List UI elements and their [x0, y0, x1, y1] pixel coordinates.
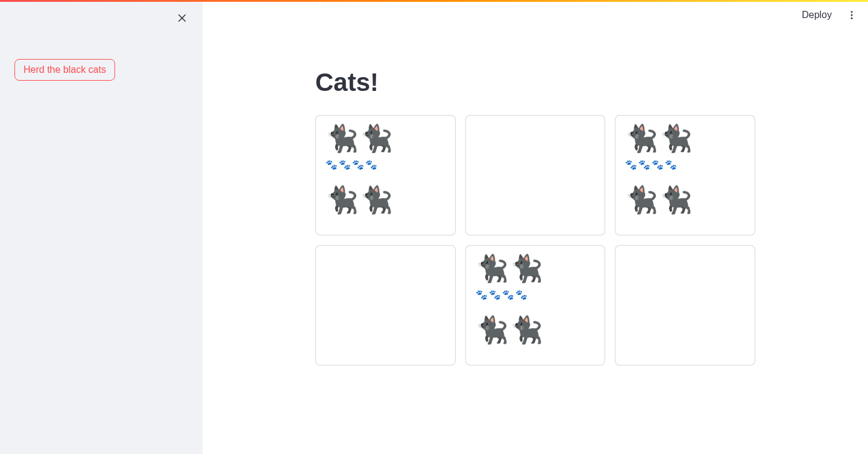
grid-cell — [465, 115, 606, 235]
header-actions: Deploy — [796, 6, 860, 24]
cat-row: 🐈‍⬛🐈‍⬛ — [625, 187, 745, 213]
app-container: Herd the black cats Deploy Cats! 🐈‍⬛🐈‍⬛ … — [0, 0, 868, 454]
cat-row: 🐈‍⬛🐈‍⬛ — [326, 187, 445, 213]
cat-row: 🐈‍⬛🐈‍⬛ — [625, 125, 745, 152]
cat-row: 🐈‍⬛🐈‍⬛ — [476, 317, 596, 343]
svg-point-3 — [851, 14, 853, 16]
cat-content — [625, 255, 745, 281]
sidebar: Herd the black cats — [0, 0, 203, 454]
cat-content — [476, 125, 596, 151]
cat-grid: 🐈‍⬛🐈‍⬛ 🐾🐾🐾🐾 🐈‍⬛🐈‍⬛ 🐈‍⬛🐈‍⬛ — [315, 115, 755, 365]
deploy-button[interactable]: Deploy — [796, 6, 838, 24]
sidebar-close-button[interactable] — [172, 8, 192, 28]
cat-content: 🐈‍⬛🐈‍⬛ 🐾🐾🐾🐾 🐈‍⬛🐈‍⬛ — [476, 255, 596, 343]
svg-point-2 — [851, 11, 853, 13]
svg-point-4 — [851, 17, 853, 19]
cat-row: 🐈‍⬛🐈‍⬛ — [326, 125, 445, 152]
cat-content — [326, 255, 445, 281]
paw-row: 🐾🐾🐾🐾 — [625, 160, 745, 170]
cat-content: 🐈‍⬛🐈‍⬛ 🐾🐾🐾🐾 🐈‍⬛🐈‍⬛ — [625, 125, 745, 213]
paw-row: 🐾🐾🐾🐾 — [326, 160, 445, 170]
main-area: Deploy Cats! 🐈‍⬛🐈‍⬛ 🐾🐾🐾🐾 🐈‍⬛🐈‍⬛ — [203, 0, 868, 454]
close-icon — [177, 13, 187, 23]
grid-cell: 🐈‍⬛🐈‍⬛ 🐾🐾🐾🐾 🐈‍⬛🐈‍⬛ — [315, 115, 456, 235]
grid-cell: 🐈‍⬛🐈‍⬛ 🐾🐾🐾🐾 🐈‍⬛🐈‍⬛ — [615, 115, 755, 235]
grid-cell — [315, 245, 456, 365]
cat-content: 🐈‍⬛🐈‍⬛ 🐾🐾🐾🐾 🐈‍⬛🐈‍⬛ — [326, 125, 445, 213]
herd-cats-button[interactable]: Herd the black cats — [14, 59, 115, 81]
page-title: Cats! — [315, 68, 755, 97]
cat-row: 🐈‍⬛🐈‍⬛ — [476, 255, 596, 282]
kebab-icon — [846, 10, 857, 20]
paw-row: 🐾🐾🐾🐾 — [476, 290, 596, 300]
top-accent-bar — [0, 0, 868, 2]
content: Cats! 🐈‍⬛🐈‍⬛ 🐾🐾🐾🐾 🐈‍⬛🐈‍⬛ — [315, 2, 755, 365]
grid-cell — [615, 245, 755, 365]
more-menu-button[interactable] — [844, 6, 860, 24]
grid-cell: 🐈‍⬛🐈‍⬛ 🐾🐾🐾🐾 🐈‍⬛🐈‍⬛ — [465, 245, 606, 365]
